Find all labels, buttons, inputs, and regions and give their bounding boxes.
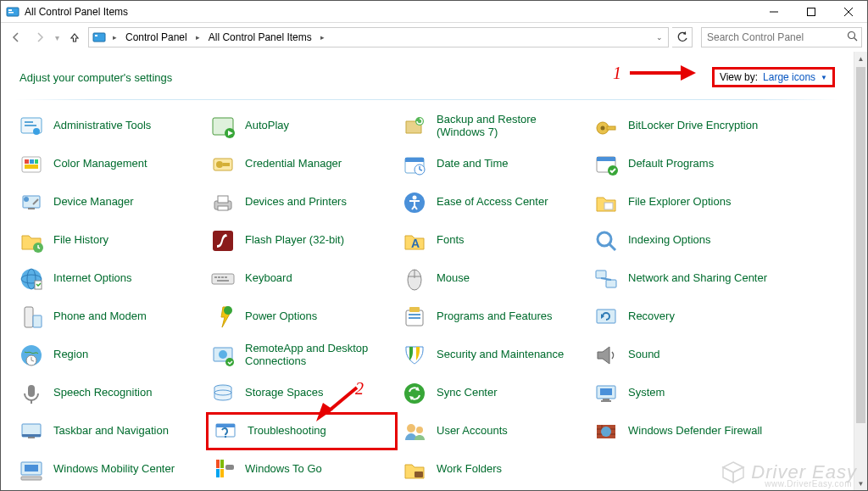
grid-row: Windows Mobility CenterWindows To GoWork… bbox=[14, 450, 840, 488]
cp-item-backup-and-restore-windows-7[interactable]: Backup and Restore (Windows 7) bbox=[398, 107, 589, 145]
cp-item-administrative-tools[interactable]: Administrative Tools bbox=[14, 107, 206, 145]
cp-item-programs-and-features[interactable]: Programs and Features bbox=[398, 298, 589, 336]
breadcrumb-dropdown-icon[interactable]: ⌄ bbox=[653, 33, 666, 42]
cp-item-credential-manager[interactable]: Credential Manager bbox=[206, 145, 398, 183]
breadcrumb-seg-control-panel[interactable]: Control Panel bbox=[122, 31, 191, 43]
svg-rect-111 bbox=[21, 477, 42, 480]
bitlocker-drive-encryption-icon bbox=[593, 113, 620, 140]
search-icon[interactable] bbox=[847, 31, 858, 44]
svg-rect-68 bbox=[25, 307, 33, 327]
chevron-right-icon[interactable]: ▸ bbox=[317, 33, 328, 42]
svg-line-10 bbox=[854, 38, 858, 42]
cp-item-sync-center[interactable]: Sync Center bbox=[398, 374, 589, 412]
cp-item-devices-and-printers[interactable]: Devices and Printers bbox=[206, 183, 398, 221]
refresh-button[interactable] bbox=[672, 27, 693, 47]
cp-item-internet-options[interactable]: Internet Options bbox=[14, 259, 206, 298]
cp-item-keyboard[interactable]: Keyboard bbox=[206, 259, 398, 298]
date-and-time-icon bbox=[401, 151, 428, 178]
cp-item-file-explorer-options[interactable]: File Explorer Options bbox=[589, 183, 818, 221]
cp-item-date-and-time[interactable]: Date and Time bbox=[398, 145, 589, 183]
svg-rect-13 bbox=[25, 125, 36, 126]
cp-item-windows-mobility-center[interactable]: Windows Mobility Center bbox=[14, 450, 206, 488]
svg-rect-7 bbox=[93, 33, 105, 42]
close-button[interactable] bbox=[830, 1, 867, 23]
svg-rect-25 bbox=[35, 159, 38, 164]
forward-button[interactable] bbox=[30, 27, 50, 47]
view-by-control[interactable]: View by: Large icons ▼ bbox=[712, 67, 835, 87]
content-area: Adjust your computer's settings View by:… bbox=[1, 52, 867, 490]
cp-item-power-options[interactable]: Power Options bbox=[206, 298, 398, 336]
history-dropdown-icon[interactable]: ▾ bbox=[55, 33, 59, 42]
cp-item-remoteapp-and-desktop-connections[interactable]: RemoteApp and Desktop Connections bbox=[206, 336, 398, 374]
cp-item-speech-recognition[interactable]: Speech Recognition bbox=[14, 374, 206, 412]
cp-item-user-accounts[interactable]: User Accounts bbox=[398, 412, 589, 450]
cp-item-recovery[interactable]: Recovery bbox=[589, 298, 818, 336]
grid-row: Internet OptionsKeyboardMouseNetwork and… bbox=[14, 259, 840, 298]
breadcrumb-seg-all-items[interactable]: All Control Panel Items bbox=[205, 31, 315, 43]
credential-manager-icon bbox=[209, 151, 236, 178]
cp-item-label: File Explorer Options bbox=[628, 196, 731, 209]
mouse-icon bbox=[401, 265, 428, 293]
cp-item-storage-spaces[interactable]: Storage Spaces bbox=[206, 374, 398, 412]
cp-item-flash-player-32-bit[interactable]: Flash Player (32-bit) bbox=[206, 221, 398, 259]
chevron-right-icon[interactable]: ▸ bbox=[109, 33, 120, 42]
cp-item-label: Phone and Modem bbox=[53, 310, 147, 323]
cp-item-bitlocker-drive-encryption[interactable]: BitLocker Drive Encryption bbox=[589, 107, 818, 145]
ease-of-access-center-icon bbox=[401, 189, 428, 216]
minimize-button[interactable] bbox=[755, 1, 793, 23]
svg-rect-114 bbox=[220, 460, 224, 468]
cp-item-phone-and-modem[interactable]: Phone and Modem bbox=[14, 298, 206, 336]
svg-text:A: A bbox=[411, 237, 420, 250]
cp-item-security-and-maintenance[interactable]: Security and Maintenance bbox=[398, 336, 589, 374]
cp-item-troubleshooting[interactable]: Troubleshooting bbox=[206, 412, 398, 450]
cp-item-default-programs[interactable]: Default Programs bbox=[589, 145, 818, 183]
device-manager-icon bbox=[18, 189, 45, 216]
grid-row: Color ManagementCredential ManagerDate a… bbox=[14, 145, 840, 183]
cp-item-indexing-options[interactable]: Indexing Options bbox=[589, 221, 818, 259]
svg-rect-69 bbox=[33, 315, 42, 327]
cp-item-system[interactable]: System bbox=[589, 374, 818, 412]
cp-item-fonts[interactable]: AFonts bbox=[398, 221, 589, 259]
administrative-tools-icon bbox=[18, 113, 45, 140]
vertical-scrollbar[interactable]: ▲ ▼ bbox=[854, 52, 867, 490]
scroll-up-button[interactable]: ▲ bbox=[854, 52, 867, 65]
cp-item-label: Region bbox=[53, 349, 88, 361]
chevron-down-icon[interactable]: ▼ bbox=[821, 74, 827, 81]
cp-item-work-folders[interactable]: Work Folders bbox=[398, 450, 589, 488]
svg-point-21 bbox=[601, 126, 605, 130]
scrollbar-thumb[interactable] bbox=[856, 67, 865, 423]
breadcrumb[interactable]: ▸ Control Panel ▸ All Control Panel Item… bbox=[88, 27, 669, 47]
cp-item-file-history[interactable]: File History bbox=[14, 221, 206, 259]
view-by-value[interactable]: Large icons bbox=[763, 71, 815, 83]
grid-row: RegionRemoteApp and Desktop ConnectionsS… bbox=[14, 336, 840, 374]
back-button[interactable] bbox=[6, 27, 26, 47]
svg-rect-93 bbox=[603, 399, 609, 400]
indexing-options-icon bbox=[593, 227, 620, 254]
maximize-button[interactable] bbox=[793, 1, 830, 23]
up-button[interactable] bbox=[64, 27, 85, 47]
cp-item-mouse[interactable]: Mouse bbox=[398, 259, 589, 298]
cp-item-device-manager[interactable]: Device Manager bbox=[14, 183, 206, 221]
work-folders-icon bbox=[401, 456, 428, 483]
cp-item-network-and-sharing-center[interactable]: Network and Sharing Center bbox=[589, 259, 818, 298]
cp-item-region[interactable]: Region bbox=[14, 336, 206, 374]
svg-rect-29 bbox=[223, 163, 230, 166]
cp-item-autoplay[interactable]: AutoPlay bbox=[206, 107, 398, 145]
file-history-icon bbox=[18, 227, 45, 254]
cp-item-windows-defender-firewall[interactable]: Windows Defender Firewall bbox=[589, 412, 818, 450]
cp-item-sound[interactable]: Sound bbox=[589, 336, 818, 374]
search-box[interactable] bbox=[701, 27, 862, 47]
cp-item-label: Power Options bbox=[245, 310, 317, 323]
svg-marker-125 bbox=[733, 467, 743, 483]
grid-row: Device ManagerDevices and PrintersEase o… bbox=[14, 183, 840, 221]
chevron-right-icon[interactable]: ▸ bbox=[192, 33, 203, 42]
svg-point-50 bbox=[598, 232, 611, 246]
annotation-arrow-2 bbox=[314, 384, 362, 421]
storage-spaces-icon bbox=[209, 380, 236, 407]
search-input[interactable] bbox=[705, 31, 847, 44]
svg-rect-23 bbox=[25, 159, 29, 164]
cp-item-color-management[interactable]: Color Management bbox=[14, 145, 206, 183]
cp-item-windows-to-go[interactable]: Windows To Go bbox=[206, 450, 398, 488]
cp-item-taskbar-and-navigation[interactable]: Taskbar and Navigation bbox=[14, 412, 206, 450]
cp-item-ease-of-access-center[interactable]: Ease of Access Center bbox=[398, 183, 589, 221]
